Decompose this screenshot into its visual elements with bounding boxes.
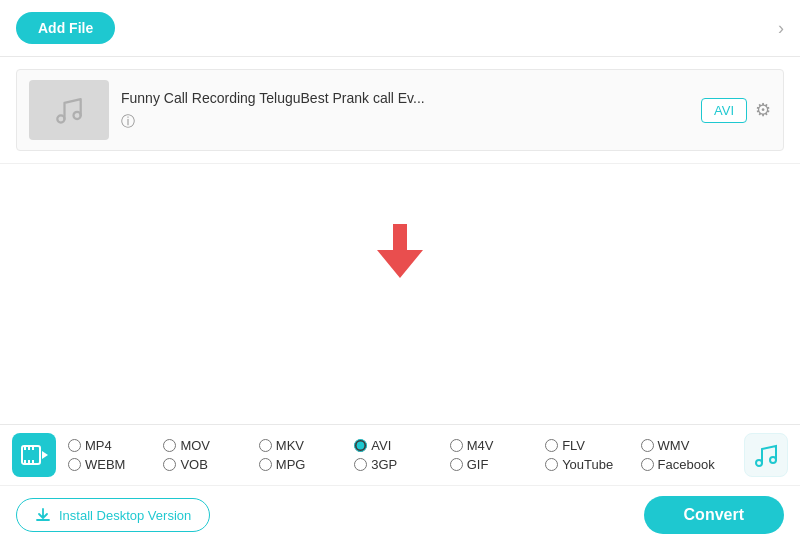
format-option-3gp[interactable]: 3GP [354, 457, 449, 472]
file-item: Funny Call Recording TeluguBest Prank ca… [16, 69, 784, 151]
format-badge[interactable]: AVI [701, 98, 747, 123]
down-arrow-icon [377, 224, 423, 278]
action-bar: Install Desktop Version Convert [0, 486, 800, 544]
install-label: Install Desktop Version [59, 508, 191, 523]
format-option-avi[interactable]: AVI [354, 438, 449, 453]
svg-rect-7 [24, 460, 26, 464]
format-option-gif[interactable]: GIF [450, 457, 545, 472]
svg-rect-8 [28, 460, 30, 464]
video-format-icon[interactable] [12, 433, 56, 477]
music-tab-icon [752, 441, 780, 469]
svg-rect-4 [24, 446, 26, 450]
format-option-m4v[interactable]: M4V [450, 438, 545, 453]
svg-point-11 [756, 460, 762, 466]
format-option-webm[interactable]: WEBM [68, 457, 163, 472]
format-grid: MP4 MOV MKV AVI M4V FLV [68, 438, 736, 472]
file-thumbnail [29, 80, 109, 140]
top-bar: Add File › [0, 0, 800, 57]
format-option-mp4[interactable]: MP4 [68, 438, 163, 453]
format-option-mpg[interactable]: MPG [259, 457, 354, 472]
audio-format-icon[interactable] [744, 433, 788, 477]
svg-rect-6 [32, 446, 34, 450]
download-icon [35, 507, 51, 523]
add-file-button[interactable]: Add File [16, 12, 115, 44]
file-list: Funny Call Recording TeluguBest Prank ca… [0, 57, 800, 164]
bottom-panel: MP4 MOV MKV AVI M4V FLV [0, 424, 800, 544]
settings-icon[interactable]: ⚙ [755, 99, 771, 121]
svg-marker-10 [42, 451, 48, 459]
format-option-facebook[interactable]: Facebook [641, 457, 736, 472]
svg-point-1 [74, 112, 81, 119]
svg-point-12 [770, 457, 776, 463]
svg-point-0 [57, 115, 64, 122]
close-icon[interactable]: › [778, 18, 784, 39]
format-section: MP4 MOV MKV AVI M4V FLV [0, 425, 800, 486]
format-option-youtube[interactable]: YouTube [545, 457, 640, 472]
svg-rect-9 [32, 460, 34, 464]
info-icon[interactable]: ⓘ [121, 113, 135, 129]
film-icon [20, 441, 48, 469]
format-option-mov[interactable]: MOV [163, 438, 258, 453]
format-option-mkv[interactable]: MKV [259, 438, 354, 453]
format-option-flv[interactable]: FLV [545, 438, 640, 453]
arrow-indicator [377, 224, 423, 282]
main-content [0, 164, 800, 394]
file-name: Funny Call Recording TeluguBest Prank ca… [121, 90, 689, 106]
install-desktop-button[interactable]: Install Desktop Version [16, 498, 210, 532]
format-option-wmv[interactable]: WMV [641, 438, 736, 453]
music-note-icon [51, 92, 87, 128]
convert-button[interactable]: Convert [644, 496, 784, 534]
file-info: Funny Call Recording TeluguBest Prank ca… [109, 90, 701, 131]
svg-rect-5 [28, 446, 30, 450]
format-option-vob[interactable]: VOB [163, 457, 258, 472]
svg-marker-2 [377, 224, 423, 278]
